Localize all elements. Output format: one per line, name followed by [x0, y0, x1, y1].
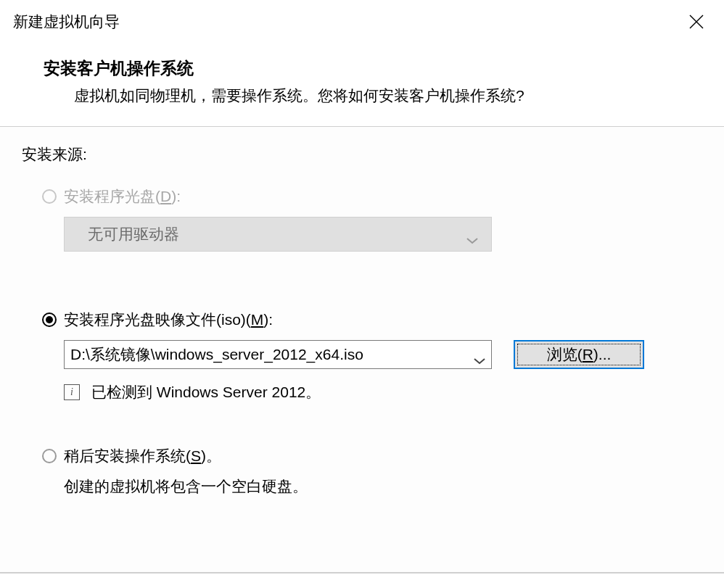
content-area: 安装来源: 安装程序光盘(D): 无可用驱动器 [0, 127, 724, 572]
radio-disc-indicator [42, 189, 57, 204]
wizard-window: 新建虚拟机向导 安装客户机操作系统 虚拟机如同物理机，需要操作系统。您将如何安装… [0, 0, 724, 588]
detected-row: i 已检测到 Windows Server 2012。 [64, 382, 702, 402]
radio-disc-label: 安装程序光盘(D): [64, 186, 181, 207]
browse-button[interactable]: 浏览(R)... [514, 340, 644, 369]
option-later: 稍后安装操作系统(S)。 创建的虚拟机将包含一个空白硬盘。 [42, 446, 702, 497]
radio-later-label: 稍后安装操作系统(S)。 [64, 446, 221, 466]
disc-drive-dropdown: 无可用驱动器 [64, 217, 492, 252]
later-help-text: 创建的虚拟机将包含一个空白硬盘。 [64, 476, 702, 497]
option-iso: 安装程序光盘映像文件(iso)(M): D:\系统镜像\windows_serv… [42, 310, 702, 402]
chevron-down-icon [466, 231, 478, 238]
chevron-down-icon [474, 351, 485, 358]
radio-later[interactable]: 稍后安装操作系统(S)。 [42, 446, 702, 466]
detected-os-text: 已检测到 Windows Server 2012。 [91, 382, 321, 402]
window-title: 新建虚拟机向导 [13, 12, 120, 32]
install-source-radio-group: 安装程序光盘(D): 无可用驱动器 安装程序光盘映像文件(iso)(M): [22, 186, 702, 497]
footer-buttons [0, 573, 724, 588]
disc-drive-value: 无可用驱动器 [88, 224, 179, 244]
radio-disc: 安装程序光盘(D): [42, 186, 702, 207]
radio-iso-indicator [42, 312, 57, 327]
install-source-label: 安装来源: [22, 144, 702, 165]
page-subtitle: 虚拟机如同物理机，需要操作系统。您将如何安装客户机操作系统? [44, 86, 680, 106]
radio-iso-label: 安装程序光盘映像文件(iso)(M): [64, 310, 273, 330]
titlebar: 新建虚拟机向导 [0, 0, 724, 43]
iso-path-row: D:\系统镜像\windows_server_2012_x64.iso 浏览(R… [64, 340, 702, 369]
close-button[interactable] [682, 7, 711, 36]
iso-path-value: D:\系统镜像\windows_server_2012_x64.iso [70, 344, 363, 365]
close-icon [688, 14, 704, 30]
page-title: 安装客户机操作系统 [44, 57, 680, 80]
radio-later-indicator [42, 449, 57, 463]
iso-path-combobox[interactable]: D:\系统镜像\windows_server_2012_x64.iso [64, 340, 492, 369]
header-section: 安装客户机操作系统 虚拟机如同物理机，需要操作系统。您将如何安装客户机操作系统? [0, 43, 724, 126]
radio-iso[interactable]: 安装程序光盘映像文件(iso)(M): [42, 310, 702, 330]
info-icon: i [64, 384, 80, 400]
option-disc: 安装程序光盘(D): 无可用驱动器 [42, 186, 702, 252]
